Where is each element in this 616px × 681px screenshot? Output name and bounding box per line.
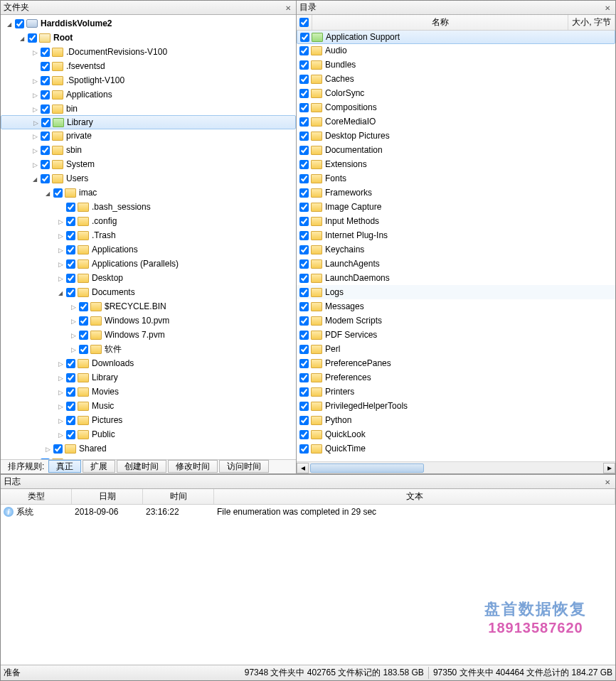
chevron-right-icon[interactable]: [31, 118, 40, 127]
list-checkbox[interactable]: [299, 245, 309, 254]
list-item[interactable]: Input Methods: [297, 214, 615, 228]
chevron-right-icon[interactable]: [31, 90, 39, 99]
chevron-right-icon[interactable]: [56, 402, 65, 410]
tree-checkbox[interactable]: [53, 188, 63, 198]
tree-checkbox[interactable]: [66, 259, 75, 269]
tree-row[interactable]: Movies: [1, 385, 296, 399]
list-checkbox[interactable]: [299, 416, 309, 425]
tree-row[interactable]: private: [1, 129, 296, 143]
tree-checkbox[interactable]: [66, 402, 75, 411]
tree-row[interactable]: Applications: [1, 87, 296, 102]
list-item[interactable]: Extensions: [297, 157, 615, 171]
list-checkbox[interactable]: [299, 203, 309, 212]
tree-row[interactable]: Root: [1, 31, 296, 45]
chevron-right-icon[interactable]: [56, 430, 65, 439]
tree-row[interactable]: .config: [1, 214, 296, 228]
list-checkbox[interactable]: [299, 103, 309, 112]
chevron-right-icon[interactable]: [69, 316, 78, 325]
list-checkbox[interactable]: [299, 345, 309, 354]
chevron-right-icon[interactable]: [56, 387, 65, 396]
tree-checkbox[interactable]: [66, 274, 75, 283]
tree-row[interactable]: .fseventsd: [1, 59, 296, 73]
tree-row[interactable]: Music: [1, 399, 296, 413]
list-checkbox[interactable]: [299, 316, 309, 326]
scroll-left-button[interactable]: ◂: [297, 463, 309, 473]
list-checkbox[interactable]: [299, 387, 309, 397]
sort-button[interactable]: 修改时间: [168, 460, 218, 473]
tree-row[interactable]: Users: [1, 171, 296, 186]
chevron-right-icon[interactable]: [31, 48, 39, 56]
list-checkbox[interactable]: [300, 33, 309, 42]
list-item[interactable]: PDF Services: [297, 328, 615, 342]
tree-row[interactable]: Documents: [1, 285, 296, 299]
list-checkbox[interactable]: [299, 60, 309, 70]
chevron-right-icon[interactable]: [56, 416, 65, 424]
header-size-col[interactable]: 大小, 字节: [568, 15, 615, 30]
list-checkbox[interactable]: [299, 359, 309, 368]
list-checkbox[interactable]: [299, 89, 309, 98]
horizontal-scrollbar[interactable]: ◂ ▸: [297, 461, 615, 473]
log-row[interactable]: 系统2018-09-0623:16:22File enumeration was…: [1, 505, 615, 519]
tree-checkbox[interactable]: [66, 231, 75, 240]
chevron-down-icon[interactable]: [56, 288, 65, 296]
tree-checkbox[interactable]: [79, 345, 88, 354]
list-item[interactable]: LaunchDaemons: [297, 271, 615, 285]
tree-row[interactable]: Downloads: [1, 356, 296, 370]
directory-list[interactable]: Application SupportAudioBundlesCachesCol…: [297, 31, 615, 461]
tree-row[interactable]: HarddiskVolume2: [1, 16, 296, 31]
tree-row[interactable]: Public: [1, 427, 296, 441]
chevron-right-icon[interactable]: [43, 444, 52, 453]
list-item[interactable]: Bundles: [297, 58, 615, 72]
tree-row[interactable]: .Trash: [1, 228, 296, 242]
chevron-right-icon[interactable]: [69, 302, 78, 311]
chevron-right-icon[interactable]: [56, 245, 65, 254]
close-icon[interactable]: [602, 477, 612, 487]
close-icon[interactable]: [283, 3, 293, 13]
tree-checkbox[interactable]: [41, 104, 50, 114]
list-item[interactable]: LaunchAgents: [297, 257, 615, 271]
list-checkbox[interactable]: [299, 146, 309, 155]
tree-row[interactable]: $RECYCLE.BIN: [1, 299, 296, 313]
list-item[interactable]: Audio: [297, 43, 615, 58]
list-checkbox[interactable]: [299, 444, 309, 454]
tree-checkbox[interactable]: [66, 373, 75, 382]
list-item[interactable]: CoreMediaIO: [297, 114, 615, 129]
log-col-time[interactable]: 时间: [143, 489, 214, 504]
chevron-right-icon[interactable]: [31, 146, 39, 154]
tree-row[interactable]: Library: [1, 115, 296, 129]
tree-checkbox[interactable]: [66, 359, 75, 368]
folder-tree[interactable]: HarddiskVolume2Root.DocumentRevisions-V1…: [1, 15, 296, 459]
tree-checkbox[interactable]: [15, 19, 24, 28]
sort-button[interactable]: 扩展: [83, 460, 115, 473]
tree-checkbox[interactable]: [66, 430, 75, 439]
tree-row[interactable]: .Spotlight-V100: [1, 73, 296, 87]
tree-checkbox[interactable]: [41, 62, 50, 71]
tree-row[interactable]: Library: [1, 370, 296, 385]
header-checkbox-col[interactable]: [297, 15, 312, 30]
list-checkbox[interactable]: [299, 160, 309, 169]
header-name-col[interactable]: 名称: [312, 15, 568, 30]
tree-checkbox[interactable]: [79, 331, 88, 340]
tree-checkbox[interactable]: [66, 217, 75, 226]
list-item[interactable]: QuickTime: [297, 441, 615, 456]
list-checkbox[interactable]: [299, 302, 309, 311]
chevron-right-icon[interactable]: [31, 132, 39, 140]
chevron-right-icon[interactable]: [56, 373, 65, 382]
list-checkbox[interactable]: [299, 402, 309, 411]
log-col-date[interactable]: 日期: [72, 489, 143, 504]
tree-checkbox[interactable]: [41, 48, 50, 57]
list-checkbox[interactable]: [299, 331, 309, 340]
tree-checkbox[interactable]: [53, 444, 63, 454]
scroll-right-button[interactable]: ▸: [603, 463, 615, 473]
list-item[interactable]: Caches: [297, 72, 615, 86]
tree-checkbox[interactable]: [41, 146, 50, 155]
tree-row[interactable]: Applications: [1, 242, 296, 257]
header-checkbox[interactable]: [299, 18, 309, 27]
tree-checkbox[interactable]: [79, 316, 88, 326]
chevron-down-icon[interactable]: [5, 19, 14, 28]
log-col-type[interactable]: 类型: [1, 489, 72, 504]
tree-checkbox[interactable]: [41, 90, 50, 100]
tree-row[interactable]: Pictures: [1, 413, 296, 427]
list-checkbox[interactable]: [299, 288, 309, 297]
tree-row[interactable]: bin: [1, 102, 296, 116]
